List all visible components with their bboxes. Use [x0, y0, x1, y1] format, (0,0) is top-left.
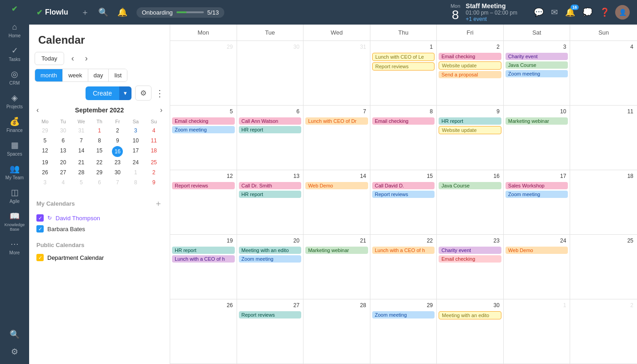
mail-button[interactable]: ✉ [549, 5, 560, 19]
mini-day[interactable]: 19 [36, 158, 54, 167]
calendar-cell[interactable]: 8Email checking [370, 106, 437, 170]
calendar-cell[interactable]: 13Call Dr. SmithHR report [237, 170, 304, 234]
calendar-cell[interactable]: 14Web Demo [303, 170, 370, 234]
calendar-cell[interactable]: 17Sales WorkshopZoom meeting [504, 170, 571, 234]
calendar-item-barbara[interactable]: ✓ Barbara Bates [36, 223, 162, 234]
search-button[interactable]: 🔍 [96, 5, 110, 19]
calendar-event[interactable]: Lunch with a CEO of h [372, 247, 435, 254]
calendar-event[interactable]: Report reviews [372, 191, 435, 198]
sidebar-item-knowledge-base[interactable]: 📖 Knowledge Base [2, 208, 27, 234]
mini-day[interactable]: 4 [145, 126, 162, 135]
create-button[interactable]: Create [86, 86, 119, 100]
calendar-event[interactable]: Website update [439, 61, 501, 70]
sidebar-item-home[interactable]: ⌂ Home [2, 20, 27, 41]
calendar-event[interactable]: Website update [439, 126, 501, 134]
calendar-cell[interactable]: 7Lunch with CEO of Dr [303, 106, 370, 170]
mini-day-today[interactable]: 16 [112, 146, 123, 157]
mini-cal-prev[interactable]: ‹ [36, 106, 39, 114]
calendar-event[interactable]: Email checking [372, 117, 435, 125]
mini-day[interactable]: 2 [109, 126, 126, 135]
mini-day[interactable]: 11 [145, 136, 162, 145]
calendar-event[interactable]: Charity event [439, 247, 501, 254]
calendar-cell[interactable]: 1 [504, 299, 571, 364]
calendar-event[interactable]: Call Dr. Smith [239, 182, 302, 189]
mini-day[interactable]: 31 [73, 126, 90, 135]
calendar-event[interactable]: Zoom meeting [239, 255, 302, 263]
mini-day[interactable]: 28 [73, 168, 90, 177]
calendar-cell[interactable]: 11 [570, 106, 637, 170]
mini-day[interactable]: 5 [36, 136, 54, 145]
calendar-cell[interactable]: 20Meeting with an editoZoom meeting [237, 235, 304, 299]
mini-day[interactable]: 10 [127, 136, 144, 145]
calendar-checkbox-barbara[interactable]: ✓ [36, 225, 44, 233]
mini-day[interactable]: 25 [145, 158, 162, 167]
avatar[interactable]: 👤 [615, 5, 630, 20]
mini-day[interactable]: 9 [145, 178, 162, 187]
calendar-event[interactable]: Report reviews [172, 182, 235, 189]
calendar-checkbox-department[interactable]: ✓ [36, 254, 44, 261]
sidebar-item-projects[interactable]: ◈ Projects [2, 90, 27, 112]
mini-day[interactable]: 6 [55, 136, 72, 145]
next-arrow[interactable]: › [81, 52, 91, 65]
settings-button[interactable]: ⚙ [135, 86, 152, 101]
calendar-event[interactable]: Report reviews [239, 311, 302, 318]
mini-cal-next[interactable]: › [160, 106, 162, 114]
calendar-event[interactable]: HR report [239, 191, 302, 198]
mini-day[interactable]: 27 [55, 168, 72, 177]
today-button[interactable]: Today [35, 52, 64, 65]
chat-button[interactable]: 💬 [532, 5, 546, 19]
mini-day[interactable]: 4 [55, 178, 72, 187]
calendar-event[interactable]: Send a proposal [439, 71, 501, 78]
sidebar-item-crm[interactable]: ◎ CRM [2, 66, 27, 88]
mini-day[interactable]: 12 [36, 146, 54, 157]
mini-day[interactable]: 1 [127, 168, 144, 177]
calendar-cell[interactable]: 28 [303, 299, 370, 364]
mini-day[interactable]: 26 [36, 168, 54, 177]
notifications-button[interactable]: 🔔 16 [563, 5, 577, 19]
mini-day[interactable]: 3 [36, 178, 54, 187]
calendar-cell[interactable]: 25 [570, 235, 637, 299]
mini-day[interactable]: 21 [73, 158, 90, 167]
sidebar-item-tasks[interactable]: ✓ Tasks [2, 43, 27, 65]
calendar-event[interactable]: Marketing webinar [305, 247, 368, 254]
calendar-event[interactable]: Meeting with an edito [439, 311, 501, 319]
bookmark-button[interactable]: 🔔 [116, 5, 129, 19]
calendar-event[interactable]: Call David D. [372, 182, 435, 189]
mini-day[interactable]: 22 [91, 158, 108, 167]
calendar-event[interactable]: HR report [439, 117, 501, 125]
mini-day[interactable]: 29 [91, 168, 108, 177]
calendar-cell[interactable]: 2Email checkingWebsite updateSend a prop… [437, 41, 504, 105]
calendar-item-david[interactable]: ✓ ↻ David Thompson [36, 212, 162, 223]
calendar-event[interactable]: Java Course [506, 61, 568, 69]
calendar-event[interactable]: HR report [239, 126, 302, 133]
mini-day[interactable]: 3 [127, 126, 144, 135]
calendar-cell[interactable]: 22Lunch with a CEO of h [370, 235, 437, 299]
calendar-item-department[interactable]: ✓ Department Calendar [36, 252, 162, 263]
mini-day[interactable]: 15 [91, 146, 108, 157]
tab-month[interactable]: month [35, 69, 63, 81]
add-button[interactable]: ＋ [79, 5, 91, 20]
mini-day[interactable]: 7 [109, 178, 126, 187]
mini-day[interactable]: 17 [127, 146, 144, 157]
calendar-cell[interactable]: 23Charity eventEmail checking [437, 235, 504, 299]
mini-day[interactable]: 14 [73, 146, 90, 157]
calendar-cell[interactable]: 1Lunch with CEO of LeReport reviews [370, 41, 437, 105]
calendar-cell[interactable]: 9HR reportWebsite update [437, 106, 504, 170]
mini-day[interactable]: 20 [55, 158, 72, 167]
sidebar-item-spaces[interactable]: ▦ Spaces [2, 137, 27, 159]
sidebar-item-finance[interactable]: 💰 Finance [2, 114, 27, 136]
calendar-event[interactable]: Email checking [439, 53, 501, 60]
tab-list[interactable]: list [109, 69, 127, 81]
calendar-cell[interactable]: 2 [570, 299, 637, 364]
calendar-cell[interactable]: 19HR reportLunch with a CEO of h [170, 235, 237, 299]
calendar-event[interactable]: Zoom meeting [372, 311, 435, 318]
help-button[interactable]: ❓ [598, 5, 612, 19]
mini-day[interactable]: 18 [145, 146, 162, 157]
calendar-cell[interactable]: 31 [303, 41, 370, 105]
calendar-event[interactable]: Lunch with CEO of Le [372, 53, 435, 61]
mini-day[interactable]: 8 [127, 178, 144, 187]
calendar-cell[interactable]: 29Zoom meeting [370, 299, 437, 364]
mini-day[interactable]: 5 [73, 178, 90, 187]
sidebar-item-more[interactable]: ⋯ More [2, 236, 27, 258]
mini-day[interactable]: 6 [91, 178, 108, 187]
